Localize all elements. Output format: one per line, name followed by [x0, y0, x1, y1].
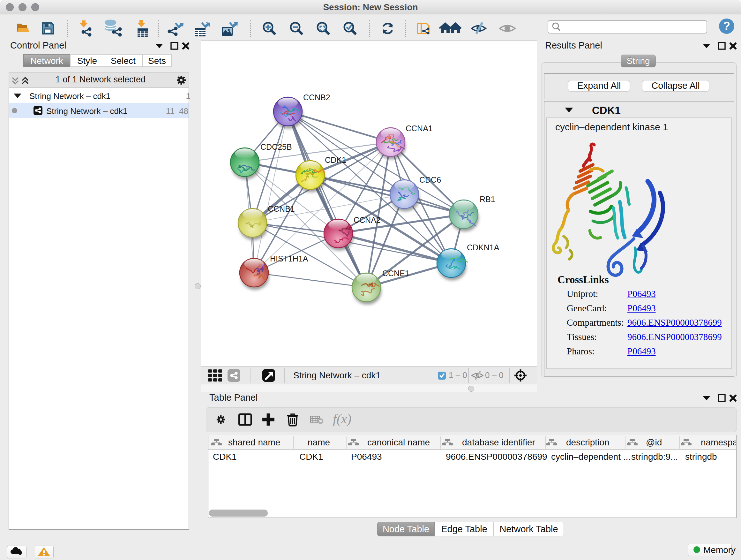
svg-text:CDKN1A: CDKN1A — [467, 243, 499, 252]
svg-text:RB1: RB1 — [480, 195, 495, 204]
svg-text:1 – 0: 1 – 0 — [449, 370, 467, 380]
svg-text:CCNB2: CCNB2 — [303, 93, 330, 102]
svg-text:CDC6: CDC6 — [419, 175, 441, 184]
svg-text:9606.ENSP00000378699: 9606.ENSP00000378699 — [446, 452, 547, 462]
svg-text:CCNE1: CCNE1 — [382, 269, 409, 278]
svg-text:CDC25B: CDC25B — [260, 142, 292, 151]
svg-text:CCNA1: CCNA1 — [406, 124, 433, 133]
svg-text:shared name: shared name — [228, 437, 280, 447]
svg-text:f(x): f(x) — [333, 412, 351, 427]
svg-text:CDK1: CDK1 — [299, 452, 323, 462]
svg-text:0 – 0: 0 – 0 — [485, 370, 503, 380]
svg-text:stringdb: stringdb — [685, 452, 717, 462]
svg-text:CCNA2: CCNA2 — [354, 215, 381, 225]
svg-text:canonical name: canonical name — [367, 437, 430, 447]
svg-text:description: description — [566, 437, 609, 447]
svg-text:namespac: namespac — [701, 437, 736, 447]
svg-text:?: ? — [723, 19, 730, 33]
svg-text:P06493: P06493 — [351, 452, 382, 462]
svg-text:cyclin–dependent ...: cyclin–dependent ... — [551, 452, 630, 462]
svg-text:database identifier: database identifier — [462, 437, 535, 447]
svg-text:HIST1H1A: HIST1H1A — [270, 254, 308, 263]
svg-text:@id: @id — [646, 437, 662, 447]
svg-text:CDK1: CDK1 — [213, 452, 237, 462]
svg-text:CCNB1: CCNB1 — [268, 204, 295, 213]
svg-text:stringdb:9...: stringdb:9... — [631, 452, 678, 462]
svg-text:String Network – cdk1: String Network – cdk1 — [293, 370, 381, 380]
svg-text:name: name — [308, 437, 330, 447]
svg-text:CDK1: CDK1 — [325, 155, 346, 165]
